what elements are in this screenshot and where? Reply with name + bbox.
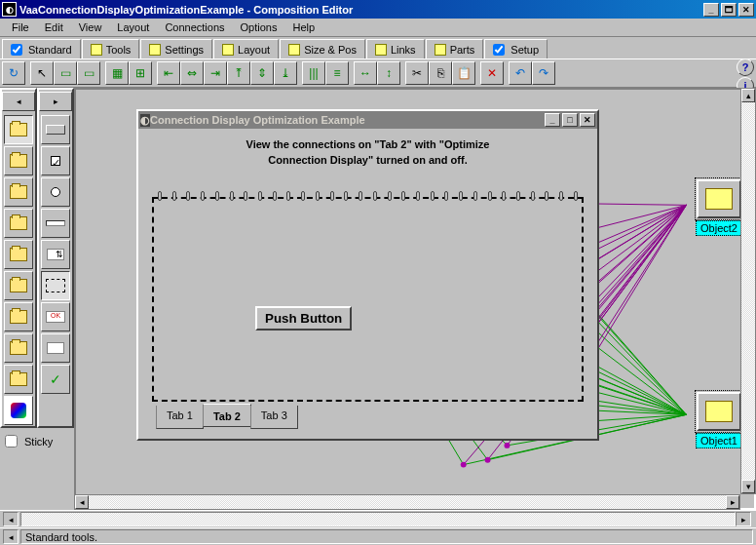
refresh-button[interactable]: ↻: [2, 61, 25, 85]
size-width[interactable]: ↔: [354, 61, 377, 85]
palette-scroll-right[interactable]: ▸: [39, 92, 72, 111]
undo-button[interactable]: ↶: [509, 61, 532, 85]
tool-1[interactable]: ▭: [54, 61, 77, 85]
vscroll-down[interactable]: ▾: [741, 480, 755, 493]
pal-cat-8[interactable]: [4, 333, 33, 363]
notebook-page[interactable]: Push Button: [152, 197, 584, 402]
pal-part-radio[interactable]: [41, 177, 70, 207]
pal-cat-9[interactable]: [4, 365, 33, 394]
tab-settings[interactable]: Settings: [140, 39, 212, 58]
minimize-button[interactable]: _: [703, 3, 719, 17]
pointer-tool[interactable]: ↖: [30, 61, 54, 85]
grid-button[interactable]: ▦: [105, 61, 129, 85]
pal-part-slider[interactable]: [41, 209, 70, 238]
hscroll-left[interactable]: ◂: [75, 495, 89, 509]
titlebar: ◐ VaaConnectionDisplayOptimizationExampl…: [0, 0, 756, 19]
align-middle[interactable]: ⇕: [250, 61, 274, 85]
object-2[interactable]: Object2: [690, 179, 748, 236]
size-height[interactable]: ↕: [377, 61, 400, 85]
canvas-hscroll[interactable]: ◂ ▸: [74, 494, 740, 510]
redo-button[interactable]: ↷: [532, 61, 555, 85]
paste-button[interactable]: 📋: [452, 61, 475, 85]
notebook-tab-3[interactable]: Tab 3: [250, 406, 298, 429]
pal-part-spin[interactable]: ⇅: [41, 240, 70, 269]
color-icon: [11, 403, 26, 418]
tab-size-pos[interactable]: Size & Pos: [280, 39, 365, 58]
outer-hscroll-left[interactable]: ◂: [3, 512, 19, 526]
push-button[interactable]: Push Button: [255, 306, 352, 331]
example-maximize[interactable]: □: [562, 113, 578, 127]
align-bottom[interactable]: ⤓: [274, 61, 297, 85]
align-top[interactable]: ⤒: [227, 61, 250, 85]
snap-button[interactable]: ⊞: [129, 61, 152, 85]
puzzle-icon: [705, 401, 733, 422]
tab-standard[interactable]: Standard: [2, 39, 81, 58]
tab-layout[interactable]: Layout: [213, 39, 279, 58]
example-close[interactable]: ✕: [580, 113, 595, 127]
example-minimize[interactable]: _: [545, 113, 560, 127]
pal-part-button[interactable]: [41, 115, 70, 144]
object-1[interactable]: Object1: [690, 392, 748, 448]
menu-connections[interactable]: Connections: [157, 19, 232, 35]
distribute-h[interactable]: |||: [302, 61, 325, 85]
cut-button[interactable]: ✂: [405, 61, 429, 85]
tab-links[interactable]: Links: [366, 39, 425, 58]
example-window[interactable]: ◐ Connection Display Optimization Exampl…: [136, 109, 599, 441]
button-part-icon: [46, 125, 65, 135]
pal-cat-3[interactable]: [4, 177, 33, 207]
check-part-icon: ✓: [50, 371, 61, 387]
pal-cat-1[interactable]: [4, 115, 33, 144]
sticky-checkbox-wrap[interactable]: Sticky: [1, 432, 71, 450]
align-right[interactable]: ⇥: [204, 61, 227, 85]
delete-button[interactable]: ✕: [480, 61, 504, 85]
menu-layout[interactable]: Layout: [109, 19, 157, 35]
pal-cat-7[interactable]: [4, 302, 33, 331]
canvas[interactable]: ◐ Connection Display Optimization Exampl…: [74, 88, 756, 510]
folder-icon: [10, 154, 27, 168]
pal-part-checkbox[interactable]: ✓: [41, 146, 70, 175]
palette-parts: ▸ ✓ ⇅ OK ✓: [37, 88, 74, 428]
align-left[interactable]: ⇤: [157, 61, 180, 85]
pal-cat-6[interactable]: [4, 271, 33, 300]
folder-icon: [10, 310, 27, 324]
outer-hscroll-track[interactable]: [20, 512, 736, 526]
pal-cat-2[interactable]: [4, 146, 33, 175]
tab-setup[interactable]: Setup: [484, 39, 548, 58]
pal-cat-4[interactable]: [4, 209, 33, 238]
close-button[interactable]: ✕: [738, 3, 754, 17]
pal-part-ok[interactable]: OK: [41, 302, 70, 331]
notebook-tab-2[interactable]: Tab 2: [203, 404, 251, 427]
hscroll-right[interactable]: ▸: [726, 495, 739, 509]
canvas-vscroll[interactable]: ▴ ▾: [740, 88, 756, 494]
example-sysmenu-icon[interactable]: ◐: [140, 114, 150, 127]
tab-tools[interactable]: Tools: [82, 39, 140, 58]
distribute-v[interactable]: ≡: [325, 61, 349, 85]
pal-part-check2[interactable]: ✓: [41, 365, 70, 394]
example-titlebar[interactable]: ◐ Connection Display Optimization Exampl…: [138, 111, 597, 129]
menu-help[interactable]: Help: [284, 19, 322, 35]
copy-button[interactable]: ⎘: [429, 61, 452, 85]
align-center-h[interactable]: ⇔: [180, 61, 204, 85]
statusbar-text: Standard tools.: [20, 529, 753, 544]
pal-cat-5[interactable]: [4, 240, 33, 269]
menu-options[interactable]: Options: [233, 19, 285, 35]
tab-setup-check[interactable]: [493, 44, 505, 56]
tab-parts[interactable]: Parts: [426, 39, 484, 58]
tab-standard-check[interactable]: [11, 44, 22, 56]
outer-hscroll-right[interactable]: ▸: [736, 512, 751, 526]
pal-part-container[interactable]: [41, 271, 70, 300]
maximize-button[interactable]: 🗖: [721, 3, 737, 17]
sticky-label: Sticky: [24, 436, 53, 448]
vscroll-up[interactable]: ▴: [741, 89, 755, 102]
notebook-tab-1[interactable]: Tab 1: [156, 406, 204, 429]
menu-edit[interactable]: Edit: [37, 19, 71, 35]
pal-part-list[interactable]: [41, 333, 70, 363]
pal-cat-10[interactable]: [4, 396, 33, 425]
help-icon[interactable]: ?: [737, 58, 754, 76]
statusbar-prev[interactable]: ◂: [3, 529, 19, 544]
sticky-checkbox[interactable]: [5, 435, 18, 448]
menu-view[interactable]: View: [71, 19, 110, 35]
menu-file[interactable]: File: [4, 19, 37, 35]
tool-2[interactable]: ▭: [77, 61, 100, 85]
palette-scroll-left[interactable]: ◂: [2, 92, 35, 111]
